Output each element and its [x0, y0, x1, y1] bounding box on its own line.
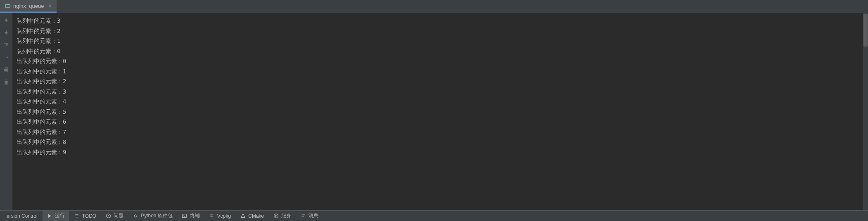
vcpkg-button[interactable]: Vcpkg	[205, 211, 235, 221]
console-line: 出队列中的元素：0	[17, 56, 864, 66]
console-line: 出队列中的元素：3	[17, 87, 864, 97]
tab-label: nginx_queue	[13, 3, 44, 9]
play-icon	[47, 213, 52, 219]
todo-button[interactable]: TODO	[70, 211, 100, 221]
cmake-icon	[240, 213, 246, 219]
messages-icon	[300, 213, 306, 219]
services-label: 服务	[281, 212, 291, 219]
tab-nginx-queue[interactable]: nginx_queue ×	[0, 0, 57, 13]
services-button[interactable]: 服务	[269, 211, 295, 221]
list-icon	[74, 213, 80, 219]
console-line: 出队列中的元素：7	[17, 127, 864, 137]
svg-rect-4	[5, 71, 7, 72]
run-label: 运行	[55, 212, 65, 219]
vcpkg-icon	[209, 213, 215, 219]
problems-icon	[105, 213, 111, 219]
console-line: 出队列中的元素：6	[17, 117, 864, 127]
svg-rect-6	[183, 214, 187, 217]
version-control-button[interactable]: ersion Control	[2, 211, 42, 221]
soft-wrap-icon[interactable]	[2, 41, 10, 49]
terminal-icon	[182, 213, 187, 219]
messages-label: 消息	[308, 212, 318, 219]
console-line: 队列中的元素：1	[17, 36, 864, 46]
application-icon	[5, 3, 11, 9]
problems-button[interactable]: 问题	[101, 211, 128, 221]
console-line: 队列中的元素：0	[17, 46, 864, 56]
close-icon[interactable]: ×	[46, 2, 53, 9]
gutter-toolbar	[0, 13, 12, 210]
python-icon	[133, 213, 138, 219]
main-area: 队列中的元素：3队列中的元素：2队列中的元素：1队列中的元素：0出队列中的元素：…	[0, 13, 868, 210]
console-line: 出队列中的元素：9	[17, 147, 864, 158]
scrollbar-thumb[interactable]	[863, 14, 868, 47]
trash-icon[interactable]	[2, 78, 10, 86]
console-line: 出队列中的元素：5	[17, 107, 864, 117]
terminal-label: 终端	[190, 212, 200, 219]
bottom-toolbar: ersion Control 运行 TODO 问题 Python 软件包 终端	[0, 210, 868, 221]
scrollbar-track[interactable]	[863, 13, 868, 210]
scroll-to-end-icon[interactable]	[2, 54, 10, 61]
todo-label: TODO	[82, 213, 96, 219]
console-line: 出队列中的元素：8	[17, 137, 864, 147]
console-line: 出队列中的元素：2	[17, 76, 864, 87]
arrow-up-icon[interactable]	[2, 16, 10, 24]
print-icon[interactable]	[2, 66, 10, 73]
cmake-label: CMake	[248, 213, 264, 219]
svg-rect-3	[5, 68, 7, 69]
console-output[interactable]: 队列中的元素：3队列中的元素：2队列中的元素：1队列中的元素：0出队列中的元素：…	[12, 13, 868, 210]
messages-button[interactable]: 消息	[296, 211, 323, 221]
run-button[interactable]: 运行	[43, 211, 69, 221]
cmake-button[interactable]: CMake	[236, 211, 268, 221]
python-label: Python 软件包	[141, 212, 173, 219]
python-packages-button[interactable]: Python 软件包	[128, 211, 177, 221]
console-line: 队列中的元素：2	[17, 26, 864, 36]
tab-bar: nginx_queue ×	[0, 0, 868, 13]
version-control-label: ersion Control	[7, 213, 38, 219]
terminal-button[interactable]: 终端	[178, 211, 204, 221]
console-line: 出队列中的元素：4	[17, 96, 864, 107]
console-line: 出队列中的元素：1	[17, 66, 864, 77]
arrow-down-icon[interactable]	[2, 29, 10, 36]
vcpkg-label: Vcpkg	[217, 213, 231, 219]
console-line: 队列中的元素：3	[17, 16, 864, 26]
svg-rect-1	[6, 4, 10, 5]
problems-label: 问题	[114, 212, 123, 219]
services-icon	[273, 213, 279, 219]
